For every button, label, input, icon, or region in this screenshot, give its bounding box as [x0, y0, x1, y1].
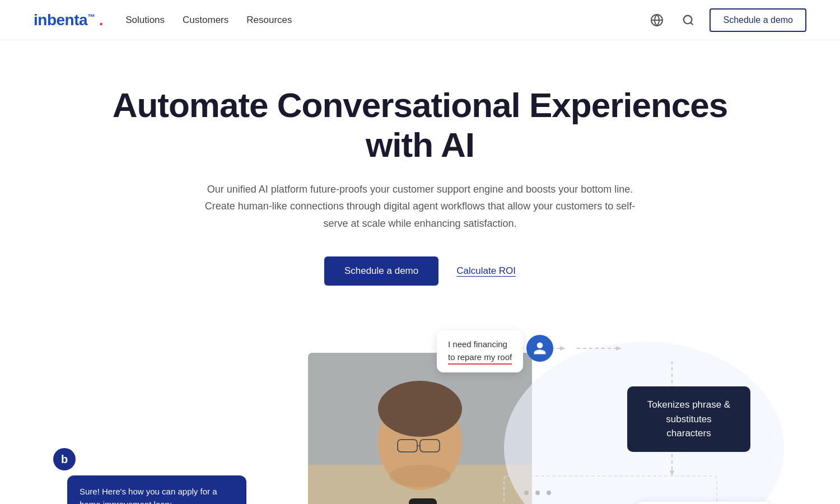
hero-subtitle: Our unified AI platform future-proofs yo… [202, 181, 638, 232]
search-icon [682, 14, 694, 26]
nav-item-resources[interactable]: Resources [246, 15, 292, 26]
navbar-right: Schedule a demo [647, 8, 806, 32]
chatbot-popup: X Hi, I'm Bentor. I'm here to help you i… [636, 502, 771, 504]
person-photo [308, 353, 532, 504]
nav-item-solutions[interactable]: Solutions [125, 15, 165, 26]
navbar: inbenta™ . Solutions Customers Resources [0, 0, 840, 40]
hero-section: Automate Conversational Experiences with… [0, 40, 840, 286]
globe-icon-button[interactable] [647, 10, 667, 30]
svg-point-21 [378, 381, 462, 437]
person-silhouette [308, 353, 532, 504]
tokenize-card: Tokenizes phrase & substitutes character… [627, 386, 750, 452]
nav-links: Solutions Customers Resources [125, 15, 292, 26]
nav-item-customers[interactable]: Customers [183, 15, 228, 26]
illustration-area: I need financing to repare my roof Token… [0, 319, 840, 504]
svg-line-3 [691, 22, 693, 25]
globe-icon [650, 13, 664, 27]
navbar-left: inbenta™ . Solutions Customers Resources [34, 11, 292, 29]
hero-roi-button[interactable]: Calculate ROI [456, 265, 516, 277]
hero-buttons: Schedule a demo Calculate ROI [112, 256, 728, 286]
svg-point-26 [389, 465, 451, 487]
search-icon-button[interactable] [678, 10, 698, 30]
chat-bubble-query: I need financing to repare my roof [437, 330, 523, 372]
user-avatar-icon [526, 335, 553, 362]
hero-schedule-button[interactable]: Schedule a demo [324, 256, 438, 286]
b-logo-badge: b [53, 448, 76, 470]
svg-marker-5 [560, 346, 566, 351]
logo[interactable]: inbenta™ . [34, 11, 103, 29]
svg-point-2 [684, 15, 692, 24]
svg-rect-25 [409, 498, 437, 504]
schedule-demo-button[interactable]: Schedule a demo [710, 8, 806, 32]
chat-bubble-response: Sure! Here's how you can apply for a hom… [67, 475, 246, 504]
chatbot-widget[interactable]: X Hi, I'm Bentor. I'm here to help you i… [636, 502, 812, 504]
hero-title: Automate Conversational Experiences with… [112, 85, 728, 165]
